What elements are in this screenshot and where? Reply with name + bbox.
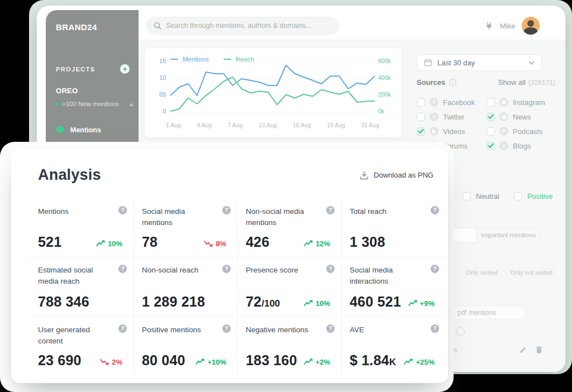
- project-name[interactable]: OREO: [56, 87, 78, 95]
- sources-header: Sources i Show all (226171): [417, 78, 555, 87]
- visited-filter-row: Only visited Only not visited: [461, 267, 557, 278]
- add-project-button[interactable]: +: [120, 64, 130, 74]
- metric-value: $ 1.84: [350, 352, 389, 369]
- user-area: Mike: [485, 17, 552, 35]
- trend-badge: +9%: [408, 299, 439, 308]
- instagram-icon: ◉: [499, 98, 508, 107]
- metric-value: 72: [246, 294, 261, 310]
- help-icon[interactable]: ?: [118, 206, 127, 214]
- search-bar[interactable]: [146, 17, 339, 35]
- date-range-value: Last 30 day: [437, 59, 523, 67]
- download-label: Download as PNG: [374, 171, 433, 179]
- trend-badge: 10%: [96, 240, 127, 248]
- source-filter-item[interactable]: ◉ Instagram: [487, 95, 556, 109]
- user-name[interactable]: Mike: [500, 22, 515, 30]
- trend-up-icon: [304, 300, 313, 307]
- source-filter-item[interactable]: f Facebook: [417, 95, 487, 109]
- metric-label: User generated content: [38, 324, 107, 347]
- checkbox[interactable]: [417, 113, 425, 121]
- only-not-visited-button[interactable]: Only not visited: [506, 267, 557, 278]
- search-input[interactable]: [166, 22, 332, 30]
- facebook-icon: f: [430, 98, 438, 107]
- projects-header: PROJECTS +: [56, 64, 130, 74]
- trend-badge: 10%: [304, 299, 335, 308]
- help-icon[interactable]: ?: [326, 265, 335, 273]
- checkbox[interactable]: [487, 142, 495, 150]
- metric-cell: Social media interactions ? 460 521 +9%: [342, 257, 446, 317]
- sentiment-filter-positive[interactable]: Positive: [514, 192, 553, 200]
- trash-icon[interactable]: [536, 346, 542, 353]
- download-png-button[interactable]: Download as PNG: [360, 171, 433, 180]
- trend-down-icon: [100, 358, 109, 365]
- sidebar-item-mentions[interactable]: Mentions: [56, 126, 101, 134]
- metric-cell: AVE ? $ 1.84K +25%: [342, 317, 446, 375]
- y-axis-tick-left: 15: [151, 58, 166, 64]
- trend-value: 8%: [216, 240, 226, 248]
- help-icon[interactable]: ?: [222, 324, 231, 333]
- checkbox[interactable]: [487, 113, 495, 121]
- podcasts-icon: P: [499, 127, 508, 136]
- source-filter-item[interactable]: ▤ News: [487, 109, 556, 124]
- source-filter-item[interactable]: P Podcasts: [487, 124, 556, 138]
- x-axis-tick: 31 Aug: [361, 122, 379, 128]
- avatar[interactable]: [522, 17, 540, 35]
- help-icon[interactable]: ?: [222, 206, 231, 214]
- trend-up-icon: [196, 358, 204, 365]
- metric-cell: Social media mentions ? 78 8%: [134, 199, 238, 257]
- source-filter-item[interactable]: ▶ Videos: [417, 124, 487, 138]
- help-icon[interactable]: ?: [118, 324, 127, 333]
- date-range-select[interactable]: Last 30 day: [417, 54, 542, 71]
- metric-value-suffix: K: [389, 357, 396, 368]
- help-icon[interactable]: ?: [431, 206, 439, 214]
- projects-label: PROJECTS: [56, 66, 96, 73]
- only-visited-button[interactable]: Only visited: [461, 267, 502, 278]
- show-all-link[interactable]: Show all: [498, 78, 526, 87]
- checkbox[interactable]: [417, 98, 425, 107]
- important-mentions-control[interactable]: Important mentions: [440, 228, 541, 242]
- sentiment-filter-row: NeutralPositive: [463, 192, 552, 200]
- trend-badge: +25%: [404, 358, 439, 366]
- help-icon[interactable]: ?: [222, 265, 231, 273]
- metric-cell: Non-social reach ? 1 289 218: [134, 257, 238, 317]
- important-mentions-label[interactable]: Important mentions: [476, 228, 540, 242]
- brand-logo: BRAND24: [56, 22, 97, 32]
- series-line-mentions: [170, 65, 375, 95]
- checkbox[interactable]: [487, 98, 495, 107]
- info-icon[interactable]: i: [449, 79, 456, 86]
- search-icon: [154, 22, 161, 30]
- trend-badge: 2%: [100, 358, 127, 366]
- sidebar-item-label: Mentions: [70, 126, 101, 134]
- checkbox[interactable]: [487, 127, 495, 136]
- source-filter-item[interactable]: b Blogs: [487, 138, 556, 153]
- metric-value: 521: [38, 234, 61, 250]
- trend-value: +2%: [316, 358, 330, 366]
- pencil-icon[interactable]: [519, 346, 527, 353]
- new-mentions-row[interactable]: >100 New mentions ▲: [56, 101, 134, 107]
- help-icon[interactable]: ?: [118, 265, 127, 273]
- source-filter-item[interactable]: t Twitter: [417, 109, 487, 124]
- trend-badge: +10%: [196, 358, 231, 366]
- checkbox[interactable]: [463, 192, 471, 200]
- checkbox[interactable]: [514, 192, 522, 200]
- trend-value: +10%: [207, 358, 226, 366]
- help-icon[interactable]: ?: [326, 324, 335, 333]
- metrics-grid: Mentions ? 521 10% Social media mentions…: [30, 199, 446, 375]
- x-axis-tick: 7 Aug: [228, 122, 243, 128]
- metric-cell: Total reach ? 1 308: [342, 199, 446, 257]
- metric-value: 78: [142, 234, 158, 250]
- chevron-up-icon[interactable]: ▲: [128, 101, 134, 107]
- metric-cell: User generated content ? 23 690 2%: [30, 317, 134, 375]
- x-axis-tick: 13 Aug: [259, 122, 277, 128]
- trend-value: 10%: [316, 299, 330, 308]
- x-axis-tick: 4 Aug: [197, 122, 212, 128]
- help-icon[interactable]: ?: [431, 265, 439, 273]
- checkbox[interactable]: [417, 127, 425, 136]
- sentiment-filter-neutral[interactable]: Neutral: [463, 192, 499, 200]
- metric-value: 183 160: [246, 352, 297, 369]
- plug-icon[interactable]: [485, 22, 493, 30]
- metric-value: 426: [246, 234, 269, 250]
- analysis-card: Analysis Download as PNG Mentions ? 521 …: [11, 149, 448, 383]
- metric-cell: Non-social media mentions ? 426 12%: [238, 199, 342, 257]
- help-icon[interactable]: ?: [431, 324, 439, 333]
- help-icon[interactable]: ?: [326, 206, 335, 214]
